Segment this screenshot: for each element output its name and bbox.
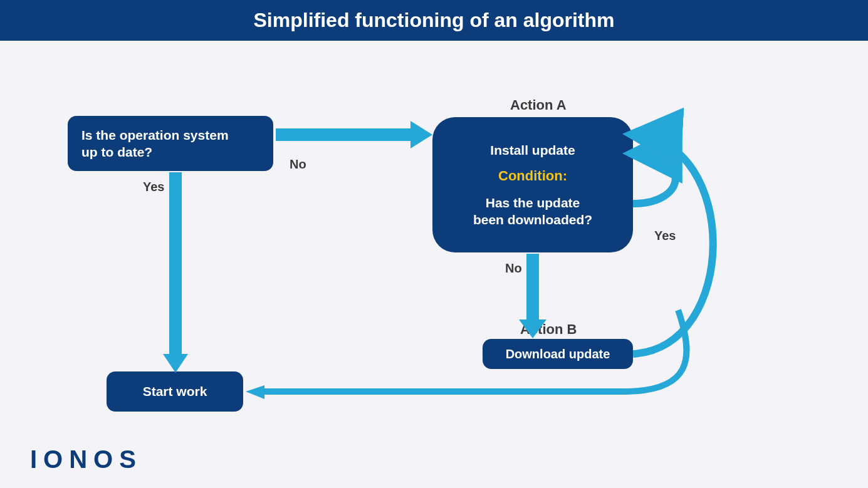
label-action-a: Action A xyxy=(510,97,567,113)
svg-rect-0 xyxy=(169,172,182,359)
arrow-a-yes-loop xyxy=(633,153,676,204)
svg-marker-1 xyxy=(163,354,188,373)
svg-rect-2 xyxy=(276,128,414,141)
edge-label-no-1: No xyxy=(290,157,306,172)
arrows-layer xyxy=(0,41,868,487)
svg-marker-6 xyxy=(246,385,264,399)
edge-label-no-2: No xyxy=(505,261,522,276)
node-a-condition: Condition: xyxy=(498,167,567,185)
arrow-q1-no-right xyxy=(276,121,432,148)
node-q1-line1: Is the operation system xyxy=(81,127,259,143)
node-b-text: Download update xyxy=(506,346,610,362)
node-start-text: Start work xyxy=(143,383,207,400)
brand-logo: IONOS xyxy=(30,445,142,474)
node-a-line1: Install update xyxy=(490,142,575,158)
node-start-work: Start work xyxy=(107,371,243,412)
node-a-line3: been downloaded? xyxy=(473,211,592,228)
arrow-b-back-to-a xyxy=(633,135,713,354)
svg-marker-3 xyxy=(410,121,432,148)
edge-label-yes-1: Yes xyxy=(143,180,164,194)
page-title: Simplified functioning of an algorithm xyxy=(0,0,868,41)
diagram-canvas: Is the operation system up to date? Acti… xyxy=(0,41,868,487)
node-action-a: Install update Condition: Has the update… xyxy=(432,117,633,252)
label-action-b: Action B xyxy=(520,321,577,338)
node-a-line2: Has the update xyxy=(486,194,580,211)
svg-rect-4 xyxy=(526,254,539,323)
node-action-b: Download update xyxy=(483,339,633,369)
arrow-q1-yes-down xyxy=(163,172,188,373)
edge-label-yes-2: Yes xyxy=(654,229,676,243)
node-question-os-uptodate: Is the operation system up to date? xyxy=(68,116,273,171)
node-q1-line2: up to date? xyxy=(81,143,259,160)
